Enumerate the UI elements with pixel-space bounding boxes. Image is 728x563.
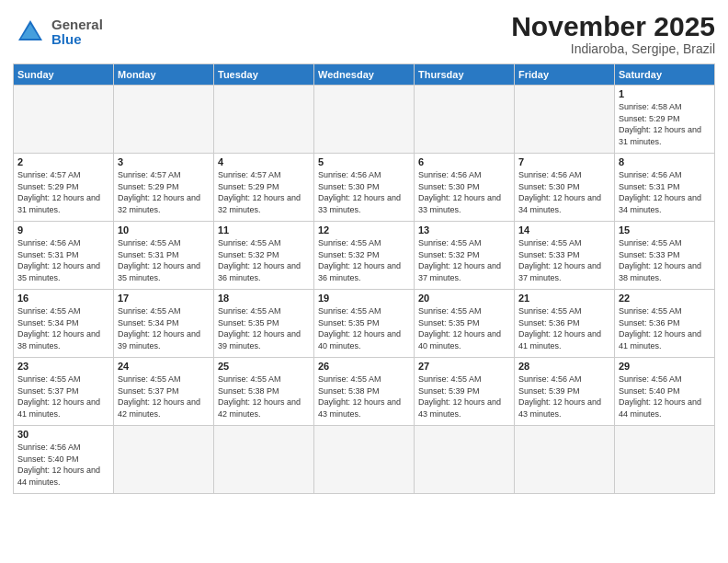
day-info: Sunrise: 4:56 AM Sunset: 5:39 PM Dayligh…: [518, 373, 610, 419]
day-number: 5: [318, 156, 410, 167]
page: General Blue November 2025 Indiaroba, Se…: [0, 0, 728, 563]
day-info: Sunrise: 4:57 AM Sunset: 5:29 PM Dayligh…: [118, 169, 210, 215]
calendar-cell: 19Sunrise: 4:55 AM Sunset: 5:35 PM Dayli…: [314, 290, 415, 358]
calendar-cell: 18Sunrise: 4:55 AM Sunset: 5:35 PM Dayli…: [214, 290, 314, 358]
day-info: Sunrise: 4:56 AM Sunset: 5:40 PM Dayligh…: [619, 373, 711, 419]
day-info: Sunrise: 4:57 AM Sunset: 5:29 PM Dayligh…: [17, 169, 109, 215]
calendar-cell: [14, 86, 114, 154]
calendar-header-sunday: Sunday: [14, 64, 114, 86]
subtitle: Indiaroba, Sergipe, Brazil: [511, 41, 715, 56]
day-number: 26: [318, 361, 410, 372]
header: General Blue November 2025 Indiaroba, Se…: [13, 11, 715, 56]
day-number: 3: [118, 156, 210, 167]
calendar-week-row: 23Sunrise: 4:55 AM Sunset: 5:37 PM Dayli…: [14, 358, 715, 426]
calendar-week-row: 16Sunrise: 4:55 AM Sunset: 5:34 PM Dayli…: [14, 290, 715, 358]
calendar-cell: 8Sunrise: 4:56 AM Sunset: 5:31 PM Daylig…: [615, 154, 715, 222]
day-number: 12: [318, 224, 410, 236]
calendar-cell: [214, 426, 314, 494]
day-info: Sunrise: 4:57 AM Sunset: 5:29 PM Dayligh…: [218, 169, 310, 215]
calendar-week-row: 9Sunrise: 4:56 AM Sunset: 5:31 PM Daylig…: [14, 222, 715, 290]
calendar-table: SundayMondayTuesdayWednesdayThursdayFrid…: [13, 63, 715, 494]
calendar-cell: 23Sunrise: 4:55 AM Sunset: 5:37 PM Dayli…: [14, 358, 114, 426]
calendar-week-row: 1Sunrise: 4:58 AM Sunset: 5:29 PM Daylig…: [14, 86, 715, 154]
day-info: Sunrise: 4:55 AM Sunset: 5:39 PM Dayligh…: [418, 373, 510, 419]
calendar-cell: [615, 426, 715, 494]
day-number: 7: [518, 156, 610, 167]
day-info: Sunrise: 4:55 AM Sunset: 5:33 PM Dayligh…: [619, 237, 711, 283]
day-number: 29: [619, 361, 711, 372]
calendar-cell: [314, 426, 415, 494]
day-number: 11: [218, 224, 310, 236]
day-info: Sunrise: 4:55 AM Sunset: 5:36 PM Dayligh…: [619, 305, 711, 351]
day-info: Sunrise: 4:55 AM Sunset: 5:31 PM Dayligh…: [118, 237, 210, 283]
day-number: 15: [619, 224, 711, 236]
calendar-cell: 29Sunrise: 4:56 AM Sunset: 5:40 PM Dayli…: [615, 358, 715, 426]
day-info: Sunrise: 4:55 AM Sunset: 5:35 PM Dayligh…: [218, 305, 310, 351]
calendar-cell: 24Sunrise: 4:55 AM Sunset: 5:37 PM Dayli…: [114, 358, 214, 426]
day-info: Sunrise: 4:55 AM Sunset: 5:37 PM Dayligh…: [118, 373, 210, 419]
logo: General Blue: [13, 15, 103, 50]
day-info: Sunrise: 4:55 AM Sunset: 5:32 PM Dayligh…: [318, 237, 410, 283]
calendar-cell: 9Sunrise: 4:56 AM Sunset: 5:31 PM Daylig…: [14, 222, 114, 290]
day-info: Sunrise: 4:55 AM Sunset: 5:33 PM Dayligh…: [518, 237, 610, 283]
day-info: Sunrise: 4:55 AM Sunset: 5:36 PM Dayligh…: [518, 305, 610, 351]
day-info: Sunrise: 4:55 AM Sunset: 5:34 PM Dayligh…: [17, 305, 109, 351]
calendar-cell: [314, 86, 415, 154]
calendar-cell: 20Sunrise: 4:55 AM Sunset: 5:35 PM Dayli…: [415, 290, 515, 358]
main-title: November 2025: [511, 11, 715, 41]
calendar-cell: 26Sunrise: 4:55 AM Sunset: 5:38 PM Dayli…: [314, 358, 415, 426]
day-number: 21: [518, 293, 610, 304]
calendar-cell: 11Sunrise: 4:55 AM Sunset: 5:32 PM Dayli…: [214, 222, 314, 290]
calendar-cell: 15Sunrise: 4:55 AM Sunset: 5:33 PM Dayli…: [615, 222, 715, 290]
day-number: 17: [118, 293, 210, 304]
calendar-cell: 13Sunrise: 4:55 AM Sunset: 5:32 PM Dayli…: [415, 222, 515, 290]
day-number: 14: [518, 224, 610, 236]
calendar-cell: [114, 86, 214, 154]
calendar-cell: 3Sunrise: 4:57 AM Sunset: 5:29 PM Daylig…: [114, 154, 214, 222]
day-number: 27: [418, 361, 510, 372]
calendar-cell: [515, 426, 615, 494]
day-number: 9: [17, 224, 109, 236]
calendar-cell: 12Sunrise: 4:55 AM Sunset: 5:32 PM Dayli…: [314, 222, 415, 290]
day-number: 24: [118, 361, 210, 372]
calendar-cell: 25Sunrise: 4:55 AM Sunset: 5:38 PM Dayli…: [214, 358, 314, 426]
calendar-header-thursday: Thursday: [415, 64, 515, 86]
calendar-cell: 28Sunrise: 4:56 AM Sunset: 5:39 PM Dayli…: [515, 358, 615, 426]
day-info: Sunrise: 4:56 AM Sunset: 5:30 PM Dayligh…: [418, 169, 510, 215]
day-info: Sunrise: 4:56 AM Sunset: 5:30 PM Dayligh…: [318, 169, 410, 215]
day-info: Sunrise: 4:55 AM Sunset: 5:32 PM Dayligh…: [418, 237, 510, 283]
day-info: Sunrise: 4:56 AM Sunset: 5:40 PM Dayligh…: [17, 442, 109, 488]
day-info: Sunrise: 4:58 AM Sunset: 5:29 PM Dayligh…: [619, 101, 711, 147]
calendar-cell: 22Sunrise: 4:55 AM Sunset: 5:36 PM Dayli…: [615, 290, 715, 358]
day-info: Sunrise: 4:56 AM Sunset: 5:30 PM Dayligh…: [518, 169, 610, 215]
calendar-cell: 21Sunrise: 4:55 AM Sunset: 5:36 PM Dayli…: [515, 290, 615, 358]
calendar-cell: 5Sunrise: 4:56 AM Sunset: 5:30 PM Daylig…: [314, 154, 415, 222]
calendar-cell: 27Sunrise: 4:55 AM Sunset: 5:39 PM Dayli…: [415, 358, 515, 426]
calendar-header-saturday: Saturday: [615, 64, 715, 86]
title-area: November 2025 Indiaroba, Sergipe, Brazil: [511, 11, 715, 56]
day-number: 8: [619, 156, 711, 167]
calendar-header-row: SundayMondayTuesdayWednesdayThursdayFrid…: [14, 64, 715, 86]
calendar-cell: 14Sunrise: 4:55 AM Sunset: 5:33 PM Dayli…: [515, 222, 615, 290]
day-info: Sunrise: 4:55 AM Sunset: 5:35 PM Dayligh…: [418, 305, 510, 351]
logo-icon: [13, 15, 48, 50]
calendar-cell: [515, 86, 615, 154]
calendar-cell: 2Sunrise: 4:57 AM Sunset: 5:29 PM Daylig…: [14, 154, 114, 222]
logo-text: General Blue: [51, 17, 103, 48]
calendar-cell: 6Sunrise: 4:56 AM Sunset: 5:30 PM Daylig…: [415, 154, 515, 222]
logo-general: General: [51, 17, 103, 32]
day-number: 25: [218, 361, 310, 372]
day-number: 18: [218, 293, 310, 304]
day-number: 13: [418, 224, 510, 236]
calendar-cell: [214, 86, 314, 154]
day-number: 1: [619, 88, 711, 99]
day-number: 30: [17, 429, 109, 440]
day-number: 19: [318, 293, 410, 304]
day-number: 10: [118, 224, 210, 236]
calendar-cell: 10Sunrise: 4:55 AM Sunset: 5:31 PM Dayli…: [114, 222, 214, 290]
calendar-cell: 7Sunrise: 4:56 AM Sunset: 5:30 PM Daylig…: [515, 154, 615, 222]
calendar-header-wednesday: Wednesday: [314, 64, 415, 86]
calendar-week-row: 2Sunrise: 4:57 AM Sunset: 5:29 PM Daylig…: [14, 154, 715, 222]
calendar-week-row: 30Sunrise: 4:56 AM Sunset: 5:40 PM Dayli…: [14, 426, 715, 494]
calendar-cell: 30Sunrise: 4:56 AM Sunset: 5:40 PM Dayli…: [14, 426, 114, 494]
